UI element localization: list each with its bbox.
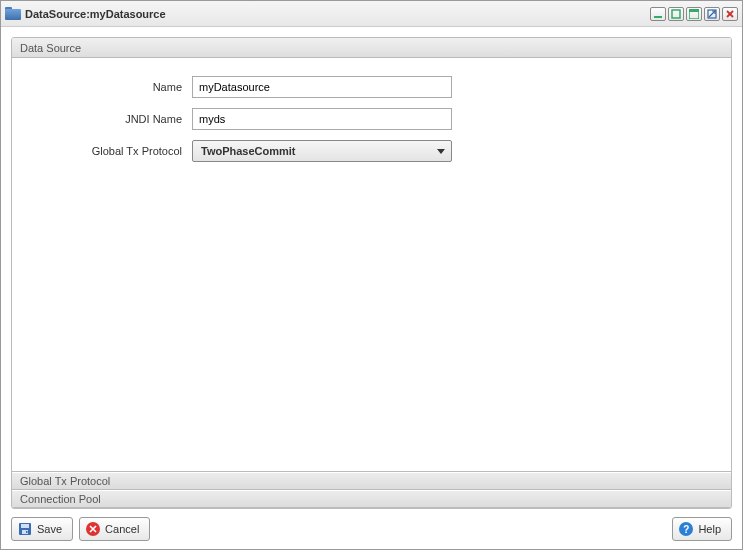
help-button[interactable]: ? Help xyxy=(672,517,732,541)
minimize-button[interactable] xyxy=(650,7,666,21)
form-row-name: Name xyxy=(22,76,721,98)
help-label: Help xyxy=(698,523,721,535)
minimize-icon xyxy=(653,10,663,18)
restore-button[interactable] xyxy=(668,7,684,21)
externalize-button[interactable] xyxy=(704,7,720,21)
collapsed-sections: Global Tx Protocol Connection Pool xyxy=(12,471,731,508)
panel-header: Data Source xyxy=(12,38,731,58)
externalize-icon xyxy=(707,9,717,19)
svg-rect-1 xyxy=(672,10,680,18)
section-label: Global Tx Protocol xyxy=(20,475,110,487)
jndi-label: JNDI Name xyxy=(22,113,192,125)
cancel-button[interactable]: Cancel xyxy=(79,517,150,541)
window-title: DataSource:myDatasource xyxy=(25,8,166,20)
svg-rect-9 xyxy=(21,524,29,528)
titlebar: DataSource:myDatasource xyxy=(1,1,742,27)
panel-title: Data Source xyxy=(20,42,81,54)
window: DataSource:myDatasource Data Source xyxy=(0,0,743,550)
maximize-icon xyxy=(689,9,699,19)
close-button[interactable] xyxy=(722,7,738,21)
chevron-down-icon xyxy=(437,149,445,154)
section-label: Connection Pool xyxy=(20,493,101,505)
protocol-select[interactable]: TwoPhaseCommit xyxy=(192,140,452,162)
save-icon xyxy=(18,522,32,536)
name-label: Name xyxy=(22,81,192,93)
cancel-label: Cancel xyxy=(105,523,139,535)
close-icon xyxy=(725,9,735,19)
name-input[interactable] xyxy=(192,76,452,98)
restore-icon xyxy=(671,9,681,19)
save-label: Save xyxy=(37,523,62,535)
help-icon: ? xyxy=(679,522,693,536)
folder-icon xyxy=(5,7,21,20)
maximize-button[interactable] xyxy=(686,7,702,21)
window-controls xyxy=(650,7,738,21)
svg-rect-11 xyxy=(26,531,28,533)
content-area: Data Source Name JNDI Name Global Tx Pro… xyxy=(1,27,742,509)
svg-line-5 xyxy=(709,11,715,17)
jndi-input[interactable] xyxy=(192,108,452,130)
section-connection-pool[interactable]: Connection Pool xyxy=(12,490,731,508)
svg-rect-0 xyxy=(654,16,662,18)
form-row-protocol: Global Tx Protocol TwoPhaseCommit xyxy=(22,140,721,162)
cancel-icon xyxy=(86,522,100,536)
form-row-jndi: JNDI Name xyxy=(22,108,721,130)
panel-body: Name JNDI Name Global Tx Protocol TwoPha… xyxy=(12,58,731,471)
section-global-tx-protocol[interactable]: Global Tx Protocol xyxy=(12,472,731,490)
protocol-value: TwoPhaseCommit xyxy=(201,145,296,157)
protocol-label: Global Tx Protocol xyxy=(22,145,192,157)
data-source-panel: Data Source Name JNDI Name Global Tx Pro… xyxy=(11,37,732,509)
footer: Save Cancel ? Help xyxy=(1,509,742,549)
save-button[interactable]: Save xyxy=(11,517,73,541)
svg-rect-3 xyxy=(689,9,699,12)
